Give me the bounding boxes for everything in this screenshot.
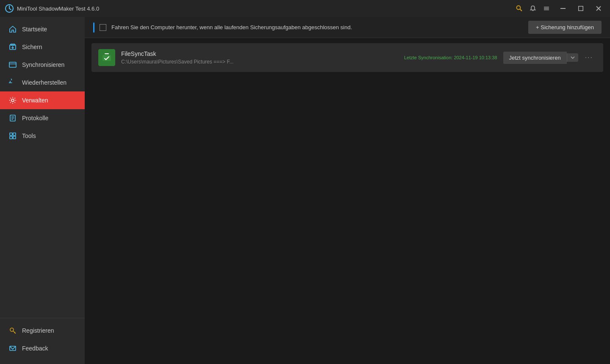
task-middle: FileSyncTask C:\Users\maura\Pictures\Sav… (121, 50, 497, 65)
sidebar-item-feedback[interactable]: Feedback (0, 339, 85, 357)
key-icon[interactable] (516, 5, 524, 12)
backup-icon (8, 43, 17, 51)
svg-rect-6 (544, 7, 549, 8)
add-backup-button[interactable]: + Sicherung hinzufügen (528, 21, 602, 34)
maximize-button[interactable] (574, 2, 587, 15)
svg-rect-9 (560, 8, 566, 9)
svg-rect-25 (10, 136, 12, 139)
sidebar-item-tools[interactable]: Tools (0, 127, 85, 145)
svg-rect-10 (579, 6, 583, 11)
sidebar-label-wiederherstellen: Wiederherstellen (22, 79, 67, 86)
svg-rect-26 (13, 136, 16, 139)
sidebar-label-feedback: Feedback (22, 345, 48, 352)
shutdown-checkbox[interactable] (100, 24, 106, 31)
sidebar-item-verwalten[interactable]: Verwalten (0, 91, 85, 109)
sidebar-label-synchronisieren: Synchronisieren (22, 61, 64, 68)
titlebar-actions (516, 2, 605, 15)
svg-rect-8 (544, 10, 549, 11)
sidebar-item-registrieren[interactable]: Registrieren (0, 322, 85, 339)
titlebar: MiniTool ShadowMaker Test 4.6.0 (0, 0, 610, 17)
sidebar-label-protokolle: Protokolle (22, 115, 48, 121)
app-logo (5, 4, 14, 13)
task-name: FileSyncTask (121, 50, 399, 57)
sidebar-label-startseite: Startseite (22, 26, 47, 33)
task-actions: Jetzt synchronisieren ··· (503, 51, 596, 64)
menu-icon[interactable] (543, 5, 552, 12)
svg-point-27 (10, 328, 14, 331)
topbar: Fahren Sie den Computer herunter, wenn a… (85, 17, 610, 38)
svg-rect-23 (10, 133, 12, 135)
key-sidebar-icon (8, 326, 17, 335)
task-path: C:\Users\maura\Pictures\Saved Pictures =… (121, 59, 399, 65)
sidebar-item-wiederherstellen[interactable]: Wiederherstellen (0, 74, 85, 91)
sidebar-item-protokolle[interactable]: Protokolle (0, 109, 85, 127)
tools-icon (8, 132, 17, 140)
svg-rect-32 (103, 55, 111, 61)
task-sync-status: Letzte Synchronisation: 2024-11-19 10:13… (404, 55, 497, 60)
svg-rect-16 (9, 62, 16, 67)
shutdown-label: Fahren Sie den Computer herunter, wenn a… (111, 24, 523, 30)
sidebar-item-sichern[interactable]: Sichern (0, 38, 85, 56)
home-icon (8, 25, 17, 33)
sidebar-bottom: Registrieren Feedback (0, 318, 85, 364)
svg-rect-7 (544, 8, 549, 9)
sync-now-button[interactable]: Jetzt synchronisieren (503, 52, 567, 64)
sidebar-label-verwalten: Verwalten (22, 97, 48, 104)
minimize-button[interactable] (557, 2, 569, 15)
topbar-divider (93, 22, 94, 33)
sidebar-label-registrieren: Registrieren (22, 327, 54, 334)
more-options-button[interactable]: ··· (582, 51, 596, 64)
sidebar-nav: Startseite Sichern (0, 17, 85, 318)
task-type-icon (98, 49, 115, 66)
sidebar-label-sichern: Sichern (22, 44, 42, 50)
app-body: Startseite Sichern (0, 17, 610, 364)
manage-icon (8, 96, 17, 105)
svg-point-1 (517, 6, 521, 10)
table-row: FileSyncTask C:\Users\maura\Pictures\Sav… (92, 43, 603, 72)
restore-icon (8, 78, 17, 87)
svg-point-18 (11, 99, 14, 102)
sidebar-item-startseite[interactable]: Startseite (0, 20, 85, 38)
content-area: Fahren Sie den Computer herunter, wenn a… (85, 17, 610, 364)
sidebar-label-tools: Tools (22, 132, 36, 139)
notification-icon[interactable] (530, 5, 538, 12)
sidebar: Startseite Sichern (0, 17, 85, 364)
svg-rect-24 (13, 133, 16, 135)
app-title: MiniTool ShadowMaker Test 4.6.0 (17, 6, 516, 12)
task-list: FileSyncTask C:\Users\maura\Pictures\Sav… (85, 38, 610, 364)
log-icon (8, 114, 17, 122)
sync-dropdown-button[interactable] (567, 53, 578, 62)
close-button[interactable] (592, 2, 605, 15)
task-info: FileSyncTask C:\Users\maura\Pictures\Sav… (121, 50, 399, 65)
sidebar-item-synchronisieren[interactable]: Synchronisieren (0, 56, 85, 74)
sync-icon (8, 61, 17, 69)
mail-icon (8, 344, 17, 353)
